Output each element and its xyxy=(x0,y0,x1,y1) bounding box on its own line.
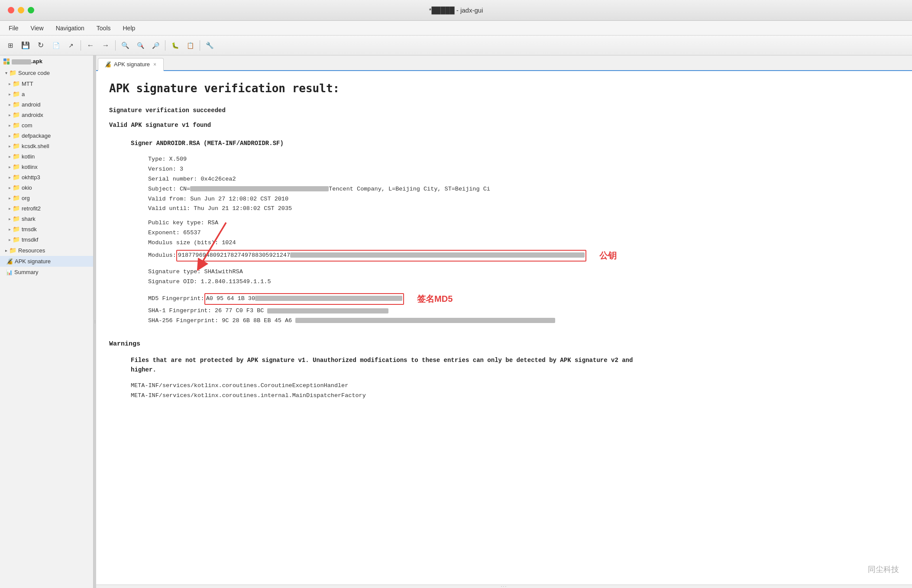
warning-item2: META-INF/services/kotlinx.coroutines.int… xyxy=(131,391,899,401)
sidebar-item-resources[interactable]: ▸ 📁 Resources xyxy=(0,245,93,256)
window-controls xyxy=(8,7,34,13)
close-button[interactable] xyxy=(8,7,14,13)
sidebar-item-okhttp3[interactable]: ▸ 📁 okhttp3 xyxy=(0,172,93,182)
sidebar-apk-root[interactable]: .apk xyxy=(0,55,93,67)
pubkey-line: Public key type: RSA xyxy=(148,218,899,228)
find-icon: 🔎 xyxy=(152,42,159,49)
sig-oid-line: Signature OID: 1.2.840.113549.1.1.5 xyxy=(148,277,899,287)
sidebar-item-androidx[interactable]: ▸ 📁 androidx xyxy=(0,110,93,120)
exponent-line: Exponent: 65537 xyxy=(148,228,899,238)
settings-button[interactable]: 🔧 xyxy=(203,39,217,52)
sidebar-item-defpackage[interactable]: ▸ 📁 defpackage xyxy=(0,130,93,141)
menu-file[interactable]: File xyxy=(3,23,24,33)
chevron-right-icon: ▸ xyxy=(9,81,11,86)
forward-icon: → xyxy=(102,41,110,50)
sidebar-item-okio[interactable]: ▸ 📁 okio xyxy=(0,182,93,193)
md5-value: A0 95 64 1B 30 xyxy=(204,293,404,305)
forward-button[interactable]: → xyxy=(99,39,113,52)
annotation-gongyao: 公钥 xyxy=(599,248,617,263)
bottom-dots: ··· xyxy=(501,584,507,588)
search-icon: 🔍 xyxy=(121,42,129,49)
sidebar-item-mtt[interactable]: ▸ 📁 MTT xyxy=(0,78,93,89)
subject-line: Subject: CN=Tencent Company, L=Beijing C… xyxy=(148,184,899,194)
export-button[interactable]: 📄 xyxy=(49,39,63,52)
save-button[interactable]: 💾 xyxy=(19,39,32,52)
sidebar-item-retrofit2[interactable]: ▸ 📁 retrofit2 xyxy=(0,203,93,213)
export2-button[interactable]: ↗ xyxy=(64,39,78,52)
menu-view[interactable]: View xyxy=(26,23,49,33)
sidebar-item-tmsdkf[interactable]: ▸ 📁 tmsdkf xyxy=(0,234,93,245)
apksig-icon: 🔏 xyxy=(6,258,13,265)
back-icon: ← xyxy=(87,41,94,50)
maximize-button[interactable] xyxy=(28,7,34,13)
folder-icon-tmsdk: 📁 xyxy=(13,226,20,233)
sidebar-item-summary[interactable]: 📊 Summary xyxy=(0,267,93,278)
sha1-blurred xyxy=(267,308,388,313)
apk-name-label: .apk xyxy=(12,58,42,65)
decompile-button[interactable]: 🐛 xyxy=(168,39,182,52)
folder-icon-kcsdk: 📁 xyxy=(13,142,20,149)
doc-title: APK signature verification result: xyxy=(109,80,899,98)
minimize-button[interactable] xyxy=(18,7,24,13)
chevron-right-icon-okio: ▸ xyxy=(9,185,11,190)
arrow-to-modulus xyxy=(191,218,243,278)
modulus-line: Modulus: 9187796948092178274978830592124… xyxy=(148,248,899,263)
valid-until-line: Valid until: Thu Jun 21 12:08:02 CST 203… xyxy=(148,204,899,214)
sidebar-item-sourcecode[interactable]: ▾ 📁 Source code xyxy=(0,67,93,78)
find-button[interactable]: 🔎 xyxy=(149,39,162,52)
chevron-right-icon-kotlinx: ▸ xyxy=(9,165,11,169)
sidebar-item-a[interactable]: ▸ 📁 a xyxy=(0,89,93,99)
titlebar: *█████ - jadx-gui xyxy=(0,0,912,21)
back-button[interactable]: ← xyxy=(84,39,97,52)
doc-content[interactable]: APK signature verification result: Signa… xyxy=(96,71,912,585)
sidebar-item-kotlin[interactable]: ▸ 📁 kotlin xyxy=(0,151,93,162)
sidebar-item-com[interactable]: ▸ 📁 com xyxy=(0,120,93,130)
decompile-icon: 🐛 xyxy=(171,42,179,49)
chevron-right-icon-com: ▸ xyxy=(9,123,11,128)
export2-icon: ↗ xyxy=(68,42,74,49)
toolbar: ⊞ 💾 ↻ 📄 ↗ ← → 🔍 🔍+ 🔎 🐛 📋 🔧 xyxy=(0,36,912,55)
menubar: File View Navigation Tools Help xyxy=(0,21,912,36)
sidebar-item-shark[interactable]: ▸ 📁 shark xyxy=(0,213,93,224)
folder-icon: 📁 xyxy=(9,69,16,76)
menu-tools[interactable]: Tools xyxy=(91,23,116,33)
copy-button[interactable]: 📋 xyxy=(183,39,197,52)
chevron-right-icon-a: ▸ xyxy=(9,92,11,97)
warnings-text: Files that are not protected by APK sign… xyxy=(131,355,650,375)
sidebar-item-kotlinx[interactable]: ▸ 📁 kotlinx xyxy=(0,162,93,172)
menu-help[interactable]: Help xyxy=(118,23,141,33)
chevron-right-icon-android: ▸ xyxy=(9,102,11,107)
sidebar-item-tmsdk[interactable]: ▸ 📁 tmsdk xyxy=(0,224,93,234)
sidebar-item-org[interactable]: ▸ 📁 org xyxy=(0,193,93,203)
folder-icon-com: 📁 xyxy=(13,122,20,129)
zoom-in-button[interactable]: 🔍+ xyxy=(133,39,147,52)
chevron-right-icon-kcsdk: ▸ xyxy=(9,144,11,149)
sidebar-item-kcsdk[interactable]: ▸ 📁 kcsdk.shell xyxy=(0,141,93,151)
sidebar-item-android[interactable]: ▸ 📁 android xyxy=(0,99,93,110)
folder-icon-androidx: 📁 xyxy=(13,111,20,118)
sig-type-line: Signature type: SHA1withRSA xyxy=(148,267,899,277)
modulus-blurred xyxy=(290,252,585,258)
sidebar-item-apksig[interactable]: 🔏 APK signature xyxy=(0,256,93,267)
folder-icon-retrofit2: 📁 xyxy=(13,205,20,212)
tab-close-button[interactable]: × xyxy=(152,61,157,68)
open-icon: ⊞ xyxy=(8,42,13,49)
chevron-right-icon-tmsdkf: ▸ xyxy=(9,237,11,242)
type-line: Type: X.509 xyxy=(148,155,899,165)
chevron-right-icon-resources: ▸ xyxy=(5,248,7,253)
search-button[interactable]: 🔍 xyxy=(118,39,132,52)
sha256-line: SHA-256 Fingerprint: 9C 28 6B 8B EB 45 A… xyxy=(148,316,899,326)
folder-icon-resources: 📁 xyxy=(9,247,16,254)
menu-navigation[interactable]: Navigation xyxy=(51,23,90,33)
toolbar-sep3 xyxy=(165,40,165,51)
tab-apksignature[interactable]: 🔏 APK signature × xyxy=(98,58,164,71)
subject-blurred xyxy=(190,186,329,191)
tab-icon-apksig: 🔏 xyxy=(104,61,111,68)
refresh-button[interactable]: ↻ xyxy=(34,39,48,52)
md5-blurred xyxy=(255,296,402,301)
tab-label-apksig: APK signature xyxy=(114,61,150,68)
chevron-right-icon-kotlin: ▸ xyxy=(9,154,11,159)
folder-icon-tmsdkf: 📁 xyxy=(13,236,20,243)
watermark: 同尘科技 xyxy=(868,563,899,576)
open-button[interactable]: ⊞ xyxy=(3,39,17,52)
